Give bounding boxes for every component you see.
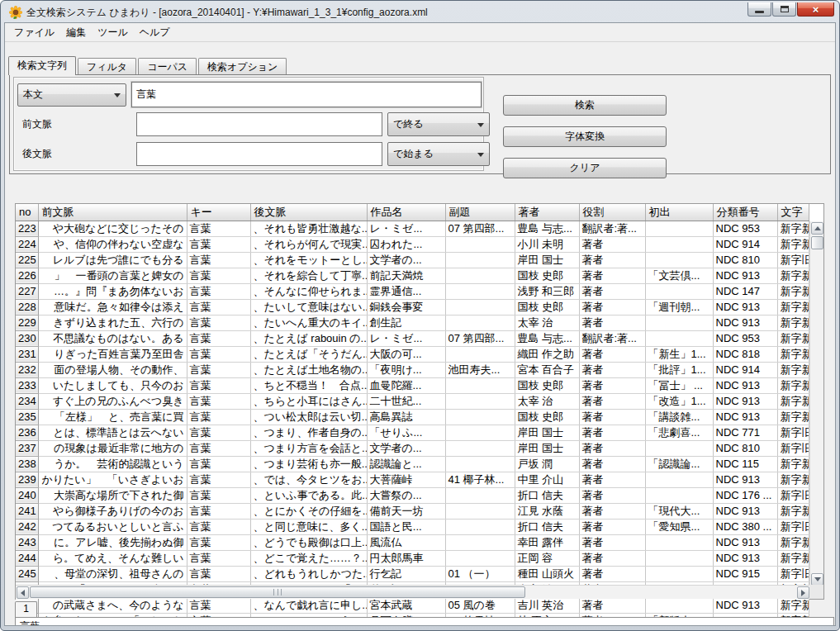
table-cell[interactable]: 、どうでも殿御は口上... [250,534,367,550]
table-cell[interactable]: 言葉 [187,597,250,613]
table-cell[interactable]: NDC 914 [713,236,777,252]
table-cell[interactable]: 霊界通信... [367,283,445,299]
vertical-scroll-thumb[interactable] [811,236,823,249]
menu-file[interactable]: ファイル [8,24,60,41]
table-cell[interactable]: りぎった百姓言葉乃至田舎 [38,346,187,362]
table-cell[interactable]: 著者 [579,299,645,315]
table-cell[interactable]: 風流仏 [367,534,445,550]
row-number-cell[interactable]: 242 [16,519,38,534]
table-cell[interactable] [645,252,713,268]
tab-corpus[interactable]: コーパス [138,58,197,74]
row-number-cell[interactable]: 226 [16,268,38,283]
table-cell[interactable]: 新字新 [777,550,809,566]
table-cell[interactable]: 著者 [579,377,645,393]
table-cell[interactable]: 言葉 [187,440,250,456]
table-cell[interactable] [645,221,713,236]
post-context-mode-select[interactable]: で始まる [387,142,490,166]
table-cell[interactable] [645,487,713,503]
table-row[interactable]: 233いたしましても、只今のお言葉、ちと不穏当！ 合点...血曼陀羅...国枝 … [16,377,809,393]
table-cell[interactable]: NDC 914 [713,362,777,377]
table-cell[interactable]: 新字新 [777,377,809,393]
post-context-input[interactable] [136,142,382,166]
table-cell[interactable] [645,283,713,299]
table-cell[interactable]: 著者 [579,362,645,377]
table-row[interactable]: 237の現象は最近非常に地方の言葉、つまり方言を会話と...文学者の...岸田 … [16,440,809,456]
row-number-cell[interactable]: 234 [16,393,38,409]
table-cell[interactable]: NDC 380 ... [713,519,777,534]
table-row[interactable]: 235「左様」 と、売言葉に買言葉、つい松太郎は云い切...高島異誌国枝 史郎著… [16,409,809,425]
table-cell[interactable]: 正岡 容 [515,550,579,566]
horizontal-scroll-thumb[interactable] [30,586,525,598]
scroll-right-button[interactable] [797,586,809,599]
table-cell[interactable]: NDC 771 [713,425,777,440]
table-cell[interactable]: 著者 [579,597,645,613]
table-cell[interactable]: 国枝 史郎 [515,268,579,283]
table-cell[interactable]: 著者 [579,566,645,581]
table-row[interactable]: 226」 一番頭の言葉と婢女の言葉、それを綜合して丁寧...前記天満焼国枝 史郎… [16,268,809,283]
table-cell[interactable]: 新字新 [777,283,809,299]
table-cell[interactable]: NDC 818 [713,346,777,362]
table-cell[interactable]: 新字新 [777,534,809,550]
table-cell[interactable]: NDC 913 [713,472,777,487]
table-cell[interactable]: 吉川 英治 [515,597,579,613]
column-header[interactable]: no [16,204,38,221]
table-cell[interactable]: 大嘗祭の... [367,487,445,503]
table-cell[interactable] [445,346,515,362]
table-cell[interactable]: NDC 953 [713,330,777,346]
table-cell[interactable]: 言葉 [187,315,250,330]
row-number-cell[interactable]: 233 [16,377,38,393]
table-cell[interactable]: 国語と民... [367,519,445,534]
table-cell[interactable]: 、そんなに仰せられま... [250,283,367,299]
table-cell[interactable]: 中里 介山 [515,472,579,487]
table-cell[interactable]: 言葉 [187,362,250,377]
vertical-scrollbar[interactable] [809,221,823,586]
table-cell[interactable] [645,534,713,550]
table-cell[interactable]: 折口 信夫 [515,519,579,534]
table-row[interactable]: 241やら御様子ありげの今のお言葉、とにかくその仔細を...備前天一坊江見 水蔭… [16,503,809,519]
table-cell[interactable] [645,236,713,252]
table-cell[interactable]: 言葉 [187,503,250,519]
table-cell[interactable]: の武蔵さまへ、今のような [38,597,187,613]
table-cell[interactable]: 「改造」1... [645,393,713,409]
table-cell[interactable]: 著者 [579,487,645,503]
row-number-cell[interactable]: 228 [16,299,38,315]
table-cell[interactable]: 、ちと不穏当！ 合点... [250,377,367,393]
table-cell[interactable] [645,550,713,566]
table-cell[interactable]: 織田 作之助 [515,346,579,362]
table-cell[interactable]: 、たとえば土地名物の... [250,362,367,377]
table-cell[interactable] [445,456,515,472]
table-cell[interactable]: 著者 [579,425,645,440]
table-cell[interactable]: NDC 810 [713,440,777,456]
table-cell[interactable]: 高島異誌 [367,409,445,425]
table-cell[interactable]: 血曼陀羅... [367,377,445,393]
row-number-cell[interactable]: 236 [16,425,38,440]
row-number-cell[interactable]: 231 [16,346,38,362]
table-cell[interactable]: 著者 [579,440,645,456]
table-cell[interactable]: 、つい松太郎は云い切... [250,409,367,425]
table-cell[interactable]: 不思議なものはない。ある [38,330,187,346]
table-cell[interactable]: 翻訳者:著... [579,330,645,346]
table-cell[interactable]: 、つまり方言を会話と... [250,440,367,456]
table-cell[interactable]: やら御様子ありげの今のお [38,503,187,519]
table-cell[interactable]: 「週刊朝... [645,299,713,315]
table-cell[interactable]: 銅銭会事変 [367,299,445,315]
table-cell[interactable]: 翻訳者:著... [579,221,645,236]
table-cell[interactable]: 著者 [579,283,645,299]
table-cell[interactable]: 種田 山頭火 [515,566,579,581]
row-number-cell[interactable]: 245 [16,566,38,581]
table-cell[interactable]: NDC 913 [713,377,777,393]
table-cell[interactable]: NDC 913 [713,315,777,330]
table-cell[interactable]: 07 第四部... [445,330,515,346]
table-cell[interactable]: レ・ミゼ... [367,221,445,236]
row-number-cell[interactable]: 224 [16,236,38,252]
row-number-cell[interactable]: 241 [16,503,38,519]
search-button[interactable]: 検索 [503,95,667,116]
table-cell[interactable]: 「現代大... [645,503,713,519]
table-cell[interactable]: 、ちらと小耳にはさん... [250,393,367,409]
table-cell[interactable]: 新字旧 [777,487,809,503]
column-header[interactable]: キー [187,204,250,221]
row-number-cell[interactable]: 230 [16,330,38,346]
table-cell[interactable]: 江見 水蔭 [515,503,579,519]
table-cell[interactable] [445,377,515,393]
table-row[interactable]: 234すぐ上の兄のふんべつ臭き言葉、ちらと小耳にはさん...二十世紀...太宰 … [16,393,809,409]
